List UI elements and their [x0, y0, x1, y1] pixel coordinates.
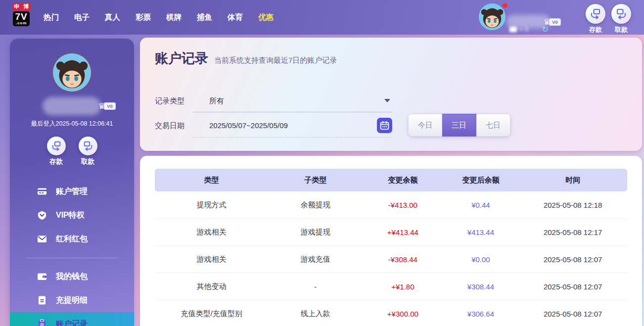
deposit-label: 存款	[589, 25, 602, 34]
last-login-text: 最后登入2025-05-08 12:06:41	[10, 120, 134, 128]
table-cell: 余额提现	[268, 200, 363, 210]
table-cell: 2025-05-08 12:07	[518, 255, 627, 264]
avatar-illustration	[479, 3, 506, 30]
notification-dot	[503, 3, 507, 8]
table-cell: 2025-05-08 12:17	[518, 228, 627, 236]
table-cell: ¥306.64	[443, 310, 519, 318]
logo-suffix-text: .com	[16, 21, 27, 25]
sidebar-item-label: 账户记录	[56, 319, 88, 326]
sidebar-menu-bottom: 我的钱包充提明细账户记录	[10, 265, 134, 326]
record-type-underline	[193, 112, 392, 112]
filter-panel: 账户记录 当前系统支持查询最近7日的账户记录 记录类型 所有 交易日期 2025…	[140, 38, 642, 151]
balance-value: + 0	[519, 26, 528, 33]
table-cell: 提现方式	[155, 200, 268, 210]
record-type-label: 记录类型	[155, 96, 184, 106]
table-row: 游戏相关游戏充值-¥308.44¥0.002025-05-08 12:07	[155, 246, 627, 273]
withdraw-button[interactable]: 取款	[611, 4, 631, 34]
top-navbar: 申 博 7V .com 热门电子真人彩票棋牌捕鱼体育优惠 ♛ V0	[0, 0, 644, 35]
sidebar-item-充提明细[interactable]: 充提明细	[10, 288, 134, 312]
column-header-时间: 时间	[518, 176, 627, 185]
nav-item-真人[interactable]: 真人	[104, 10, 121, 25]
withdraw-label: 取款	[81, 157, 94, 166]
date-range-input[interactable]: 2025/05/07~2025/05/09	[209, 121, 288, 130]
deposit-label: 存款	[49, 157, 63, 166]
table-cell: -¥413.00	[363, 201, 443, 209]
table-cell: ¥0.00	[443, 255, 519, 264]
site-logo[interactable]: 申 博 7V .com	[9, 2, 34, 26]
column-header-子类型: 子类型	[268, 176, 363, 185]
page-title: 账户记录	[155, 49, 208, 67]
envelope-icon	[37, 234, 47, 244]
nav-item-热门[interactable]: 热门	[43, 10, 60, 25]
record-type-select[interactable]: 所有	[209, 96, 224, 106]
clipboard-icon	[37, 319, 47, 326]
deposit-button[interactable]: 存款	[586, 4, 605, 34]
sidebar: ♛ V0 最后登入2025-05-08 12:06:41 存款	[10, 39, 134, 326]
nav-item-棋牌[interactable]: 棋牌	[165, 10, 183, 25]
range-button-三日[interactable]: 三日	[442, 114, 476, 137]
sidebar-vip-level: ♛ V0	[98, 102, 116, 110]
sidebar-item-账户记录[interactable]: 账户记录	[10, 312, 134, 326]
sidebar-item-label: 充提明细	[56, 295, 88, 306]
table-cell: ¥308.44	[443, 282, 519, 291]
withdraw-icon	[611, 4, 631, 24]
table-cell: 游戏提现	[268, 228, 363, 237]
sidebar-item-我的钱包[interactable]: 我的钱包	[10, 265, 134, 288]
range-button-今日[interactable]: 今日	[408, 114, 442, 137]
wallet-icon	[509, 27, 517, 32]
sidebar-user-avatar[interactable]	[53, 53, 91, 92]
table-cell: 2025-05-08 12:07	[518, 310, 627, 318]
sidebar-item-账户管理[interactable]: 账户管理	[10, 180, 134, 203]
sidebar-item-label: 红利红包	[56, 234, 88, 244]
sidebar-item-红利红包[interactable]: 红利红包	[10, 227, 134, 251]
vip-badge: V0	[549, 18, 561, 26]
table-cell: ¥413.44	[443, 228, 519, 236]
nav-item-电子[interactable]: 电子	[73, 10, 91, 25]
table-cell: -	[268, 282, 363, 291]
logo-box: 7V .com	[13, 11, 29, 26]
sidebar-actions: 存款 取款	[10, 137, 134, 166]
sidebar-item-label: 我的钱包	[56, 272, 88, 282]
user-avatar[interactable]	[479, 3, 506, 30]
vip-icon	[37, 210, 47, 220]
table-cell: 线上入款	[268, 309, 363, 319]
refresh-balance-icon[interactable]: ↻	[542, 25, 548, 34]
table-row: 充值类型/充值型别线上入款+¥300.00¥306.642025-05-08 1…	[155, 300, 627, 326]
records-table-card: 类型子类型变更余额变更后余额时间 提现方式余额提现-¥413.00¥0.4420…	[140, 156, 642, 326]
avatar-illustration	[53, 53, 91, 92]
sidebar-withdraw-button[interactable]: 取款	[79, 137, 97, 166]
date-underline	[193, 137, 392, 138]
calendar-icon[interactable]	[377, 118, 392, 133]
sidebar-item-VIP特权[interactable]: VIP特权	[10, 203, 134, 227]
table-cell: 充值类型/充值型别	[155, 309, 268, 319]
table-cell: 游戏相关	[155, 228, 268, 237]
deposit-icon	[586, 4, 605, 24]
table-cell: 其他变动	[155, 282, 268, 291]
nav-item-捕鱼[interactable]: 捕鱼	[196, 10, 213, 25]
main-nav-menu: 热门电子真人彩票棋牌捕鱼体育优惠	[43, 0, 275, 35]
table-cell: ¥0.44	[443, 201, 519, 209]
document-icon	[37, 295, 47, 305]
table-row: 提现方式余额提现-¥413.00¥0.442025-05-08 12:18	[155, 191, 627, 219]
table-row: 其他变动-+¥1.80¥308.442025-05-08 12:07	[155, 273, 627, 300]
nav-item-彩票[interactable]: 彩票	[135, 10, 152, 25]
column-header-变更后余额: 变更后余额	[443, 176, 519, 185]
date-label: 交易日期	[155, 121, 184, 131]
range-button-七日[interactable]: 七日	[476, 114, 510, 137]
balance-censored: + 0	[509, 26, 528, 33]
chevron-down-icon[interactable]	[384, 99, 390, 102]
page-subtitle: 当前系统支持查询最近7日的账户记录	[214, 56, 337, 65]
nav-item-体育[interactable]: 体育	[227, 10, 244, 25]
table-cell: 游戏充值	[268, 255, 363, 264]
table-cell: +¥413.44	[363, 228, 443, 236]
vip-badge: V0	[104, 102, 116, 110]
nav-item-优惠[interactable]: 优惠	[257, 10, 275, 25]
logo-badge-shen: 申	[12, 2, 21, 11]
withdraw-icon	[79, 137, 97, 155]
table-cell: -¥308.44	[363, 255, 443, 264]
wallet-icon	[37, 272, 47, 281]
table-cell: 游戏相关	[155, 255, 268, 264]
logo-badge-bo: 博	[22, 2, 30, 11]
sidebar-deposit-button[interactable]: 存款	[47, 137, 66, 166]
table-body: 提现方式余额提现-¥413.00¥0.442025-05-08 12:18游戏相…	[155, 191, 627, 326]
